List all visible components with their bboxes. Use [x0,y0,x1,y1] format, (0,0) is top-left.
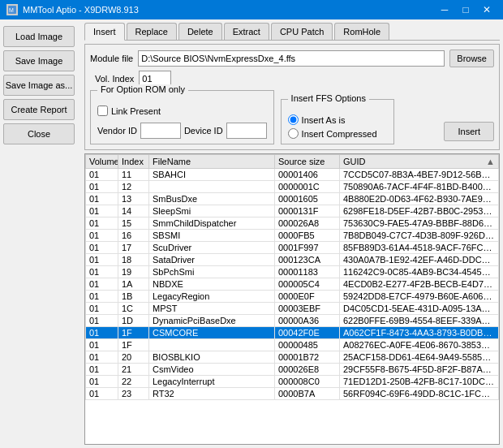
minimize-button[interactable]: ─ [435,2,454,18]
app-title: MMTool Aptio - X9DRW8.913 [23,5,139,15]
col-index[interactable]: Index [118,155,149,169]
vendor-id-input[interactable] [140,123,181,139]
svg-text:M: M [9,7,14,13]
close-button[interactable]: Close [3,123,75,144]
table-row[interactable]: 0115SmmChildDispatcher000026A8753630C9-F… [86,218,499,230]
maximize-button[interactable]: □ [456,2,475,18]
table-row[interactable]: 011BLegacyRegion0000E0F59242DD8-E7CF-497… [86,291,499,303]
create-report-button[interactable]: Create Report [3,99,75,120]
insert-as-is-label: Insert As is [302,115,346,125]
tab-insert[interactable]: Insert [84,23,125,41]
insert-compressed-label: Insert Compressed [302,129,377,139]
vol-index-label: Vol. Index [95,74,134,84]
insert-button[interactable]: Insert [444,122,494,141]
left-panel: Load Image Save Image Save Image as... C… [3,23,81,445]
table-row[interactable]: 0113SmBusDxe000016054B880E2D-0D63-4F62-B… [86,193,499,205]
form-area: Module file Browse Vol. Index For Option… [84,44,500,150]
table-row[interactable]: 0116SBSMI0000FB57B8DB049-C7C7-4D3B-809F-… [86,230,499,242]
title-bar: M MMTool Aptio - X9DRW8.913 ─ □ ✕ [0,0,503,19]
col-volume[interactable]: Volume [86,155,118,169]
table-row[interactable]: 0119SbPchSmi00001183116242C9-0C85-4AB9-B… [86,266,499,278]
table-row[interactable]: 0117ScuDriver0001F99785FB89D3-61A4-4518-… [86,242,499,254]
for-option-rom-title: For Option ROM only [97,84,188,94]
table-row[interactable]: 011FCSMCORE00042F0EA062CF1F-8473-4AA3-87… [86,327,499,339]
save-image-as-button[interactable]: Save Image as... [3,75,75,96]
table-row[interactable]: 0111SBAHCI000014067CCD5C07-8B3A-4BE7-9D1… [86,169,499,181]
col-guid[interactable]: GUID ▲ [340,155,499,169]
module-file-input[interactable] [138,50,445,67]
device-id-input[interactable] [226,123,267,139]
table-row[interactable]: 01120000001C750890A6-7ACF-4F4F-81BD-B400… [86,181,499,193]
table-row[interactable]: 011DDynamicPciBaseDxe00000A36622B0FFE-69… [86,315,499,327]
insert-as-is-radio[interactable] [288,114,299,125]
tab-delete[interactable]: Delete [178,23,222,40]
save-image-button[interactable]: Save Image [3,50,75,71]
vendor-id-label: Vendor ID [97,126,137,136]
tab-cpu-patch[interactable]: CPU Patch [271,23,333,40]
table-row[interactable]: 0121CsmVideo000026E829CF55F8-B675-4F5D-8… [86,364,499,376]
device-id-label: Device ID [184,126,223,136]
table-row[interactable]: 011CMPST00003EBFD4C05CD1-5EAE-431D-A095-… [86,303,499,315]
table-row[interactable]: 011F00000485A08276EC-A0FE-4E06-8670-3853… [86,339,499,351]
browse-button[interactable]: Browse [449,50,494,67]
tabs-bar: Insert Replace Delete Extract CPU Patch … [84,23,500,41]
table-row[interactable]: 011ANBDXE000005C44ECD0B2-E277-4F2B-BECB-… [86,278,499,291]
table-row[interactable]: 0114SleepSmi0000131F6298FE18-D5EF-42B7-B… [86,205,499,218]
table-row[interactable]: 0123RT320000B7A56RF094C-69F6-49DD-8C1C-1… [86,388,499,400]
table-row[interactable]: 0122LegacyInterrupt000008C071ED12D1-250B… [86,376,499,388]
insert-ffs-group: Insert FFS Options Insert As is Insert C… [281,99,394,144]
for-option-rom-group: For Option ROM only Link Present Vendor … [90,90,274,144]
insert-ffs-title: Insert FFS Options [288,93,369,103]
tab-romhole[interactable]: RomHole [334,23,389,40]
title-bar-controls: ─ □ ✕ [435,2,497,18]
app-icon: M [6,4,18,15]
col-source-size[interactable]: Source size [275,155,340,169]
table-row[interactable]: 0120BIOSBLKIO00001B7225ACF158-DD61-4E64-… [86,351,499,364]
table-row[interactable]: 0118SataDriver000123CA430A0A7B-1E92-42EF… [86,254,499,266]
link-present-label: Link Present [111,106,161,116]
insert-compressed-radio[interactable] [288,128,299,139]
load-image-button[interactable]: Load Image [3,26,75,47]
table-container[interactable]: Volume Index FileName Source size GUID [84,153,500,445]
close-button[interactable]: ✕ [477,2,497,18]
tab-extract[interactable]: Extract [224,23,269,40]
col-filename[interactable]: FileName [149,155,275,169]
link-present-checkbox[interactable] [97,106,108,116]
tab-replace[interactable]: Replace [127,23,177,40]
right-panel: Insert Replace Delete Extract CPU Patch … [84,23,500,445]
module-file-label: Module file [90,54,133,63]
